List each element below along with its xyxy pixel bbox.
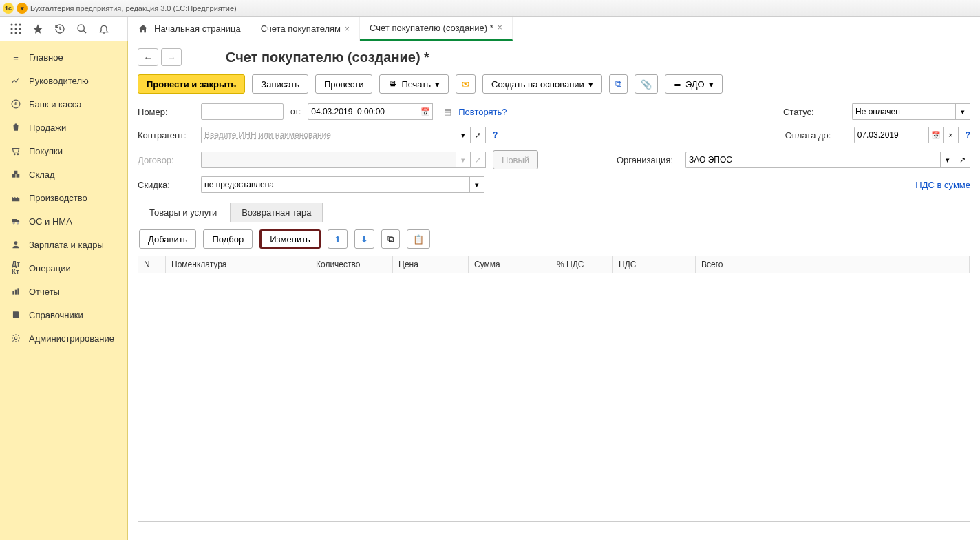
attach-button[interactable]: 📎 (635, 74, 658, 94)
svg-point-6 (11, 32, 13, 34)
history-icon[interactable] (54, 23, 66, 35)
edo-button[interactable]: ≣ЭДО▾ (665, 74, 723, 94)
tab-current-label: Счет покупателю (создание) * (370, 23, 493, 33)
sidebar-item-assets[interactable]: ОС и НМА (0, 209, 127, 233)
book-icon (10, 309, 22, 321)
svg-point-8 (19, 32, 21, 34)
gear-icon (10, 332, 22, 344)
copy-icon: ⧉ (387, 233, 394, 245)
move-down-button[interactable]: ⬇ (354, 229, 374, 249)
col-n[interactable]: N (138, 256, 166, 273)
svg-rect-16 (14, 171, 18, 174)
sidebar-item-production[interactable]: Производство (0, 186, 127, 209)
status-dropdown[interactable]: ▾ (955, 103, 970, 120)
col-vat-pct[interactable]: % НДС (551, 256, 613, 273)
discount-select[interactable] (201, 176, 469, 193)
paperclip-icon: 📎 (641, 79, 652, 90)
ruble-icon: ₽ (10, 98, 22, 110)
counterparty-dropdown[interactable]: ▾ (456, 127, 471, 143)
contract-label: Договор: (138, 155, 194, 165)
post-button[interactable]: Провести (315, 74, 373, 94)
search-icon[interactable] (76, 23, 88, 35)
svg-rect-21 (15, 290, 17, 295)
tab-returnable[interactable]: Возвратная тара (230, 202, 323, 222)
post-and-close-button[interactable]: Провести и закрыть (138, 74, 245, 94)
svg-point-13 (17, 154, 19, 155)
col-vat[interactable]: НДС (613, 256, 696, 273)
structure-icon: ⧉ (615, 79, 621, 90)
ledger-icon: ДтКт (10, 262, 22, 274)
repeat-link[interactable]: Повторять? (458, 107, 507, 117)
sidebar-item-purchases[interactable]: Покупки (0, 139, 127, 163)
bell-icon[interactable] (98, 23, 110, 35)
counterparty-input[interactable] (201, 127, 456, 143)
svg-point-12 (14, 154, 15, 155)
sidebar-item-salary[interactable]: Зарплата и кадры (0, 233, 127, 256)
close-icon[interactable]: × (498, 23, 502, 32)
col-total[interactable]: Всего (696, 256, 970, 273)
back-button[interactable]: ← (138, 48, 158, 66)
apps-icon[interactable] (10, 23, 22, 35)
tab-current[interactable]: Счет покупателю (создание) * × (360, 17, 513, 41)
mail-button[interactable]: ✉ (456, 74, 476, 94)
repeat-icon[interactable]: ▤ (444, 107, 451, 116)
save-button[interactable]: Записать (252, 74, 308, 94)
vat-link[interactable]: НДС в сумме (915, 180, 970, 190)
forward-button[interactable]: → (161, 48, 182, 66)
home-icon (138, 23, 149, 34)
org-dropdown[interactable]: ▾ (940, 152, 955, 168)
sidebar-item-bank[interactable]: ₽Банк и касса (0, 92, 127, 116)
sidebar-item-catalogs[interactable]: Справочники (0, 303, 127, 326)
paste-button[interactable]: 📋 (407, 229, 430, 249)
status-select[interactable] (852, 103, 955, 120)
sidebar-item-admin[interactable]: Администрирование (0, 326, 127, 350)
create-based-button[interactable]: Создать на основании▾ (482, 74, 602, 94)
select-button[interactable]: Подбор (203, 229, 253, 249)
tab-home[interactable]: Начальная страница (128, 17, 251, 41)
counterparty-open[interactable]: ↗ (471, 127, 486, 143)
chevron-down-icon: ▾ (435, 79, 440, 90)
col-item[interactable]: Номенклатура (166, 256, 310, 273)
dropdown-icon[interactable]: ▾ (17, 3, 28, 14)
sidebar-item-sales[interactable]: Продажи (0, 116, 127, 139)
date-input[interactable] (308, 103, 418, 120)
chevron-down-icon: ▾ (588, 79, 593, 90)
payment-calendar[interactable]: 📅 (928, 127, 944, 143)
copy-button[interactable]: ⧉ (381, 229, 400, 249)
org-input[interactable] (685, 152, 940, 168)
from-label: от: (290, 107, 301, 116)
tab-goods[interactable]: Товары и услуги (138, 202, 228, 222)
content: ← → Счет покупателю (создание) * Провест… (128, 41, 980, 540)
number-input[interactable] (201, 103, 284, 120)
help-icon[interactable]: ? (966, 130, 970, 140)
calendar-button[interactable]: 📅 (418, 103, 433, 120)
page-title: Счет покупателю (создание) * (226, 50, 429, 65)
move-up-button[interactable]: ⬆ (328, 229, 348, 249)
payment-label: Оплата до: (785, 130, 847, 141)
sidebar-item-manager[interactable]: Руководителю (0, 69, 127, 92)
svg-rect-14 (12, 174, 16, 178)
close-icon[interactable]: × (345, 24, 350, 34)
sidebar-item-reports[interactable]: Отчеты (0, 280, 127, 303)
contract-open: ↗ (471, 152, 486, 168)
sidebar-item-main[interactable]: ≡Главное (0, 45, 127, 69)
star-icon[interactable] (32, 23, 44, 35)
main-toolbar: Начальная страница Счета покупателям × С… (0, 17, 980, 41)
help-icon[interactable]: ? (493, 130, 498, 140)
table-toolbar: Добавить Подбор Изменить ⬆ ⬇ ⧉ 📋 (138, 222, 970, 256)
payment-date-input[interactable] (854, 127, 928, 143)
sidebar-item-warehouse[interactable]: Склад (0, 163, 127, 186)
change-button[interactable]: Изменить (259, 229, 321, 249)
col-qty[interactable]: Количество (310, 256, 393, 273)
discount-dropdown[interactable]: ▾ (469, 176, 484, 193)
grid-body[interactable] (138, 273, 970, 521)
sidebar-item-operations[interactable]: ДтКтОперации (0, 256, 127, 280)
payment-clear[interactable]: × (944, 127, 959, 143)
print-button[interactable]: 🖶Печать▾ (379, 74, 449, 94)
col-sum[interactable]: Сумма (469, 256, 551, 273)
tab-invoices[interactable]: Счета покупателям × (251, 17, 360, 41)
org-open[interactable]: ↗ (955, 152, 970, 168)
add-row-button[interactable]: Добавить (139, 229, 196, 249)
structure-button[interactable]: ⧉ (609, 74, 628, 94)
col-price[interactable]: Цена (393, 256, 469, 273)
